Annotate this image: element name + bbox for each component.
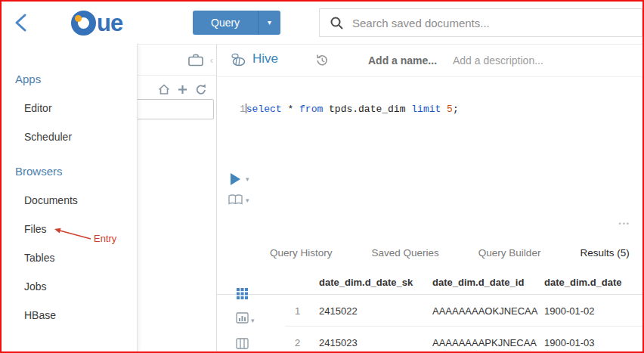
code-token: tpds.date_dim [323, 104, 411, 115]
query-button[interactable]: Query ▾ [193, 11, 280, 35]
caret-down-icon: ▾ [268, 18, 271, 26]
code-token: select [246, 104, 282, 115]
chart-options-caret-icon[interactable]: ▾ [251, 317, 255, 324]
table-row: 2 2415023 AAAAAAAAPKJNECAA 1900-01-03 [285, 326, 642, 353]
back-button[interactable] [12, 12, 32, 33]
code-token: * [282, 104, 299, 115]
left-assist-panel: ‹ [138, 44, 217, 351]
row-number: 2 [295, 337, 300, 348]
query-history-icon[interactable] [315, 54, 329, 67]
code-token: 5 [447, 104, 453, 115]
hue-logo[interactable]: ue [71, 10, 122, 36]
chevron-left-icon [12, 12, 30, 33]
cell: 2415022 [319, 305, 358, 317]
menu-item-jobs[interactable]: Jobs [2, 272, 137, 301]
functions-book-icon[interactable] [228, 194, 243, 206]
chart-view-icon[interactable] [236, 312, 249, 324]
hue-logo-ring-icon [71, 11, 96, 36]
hue-logo-text: ue [97, 11, 122, 36]
menu-section-browsers: Browsers [2, 157, 137, 186]
search-bar [319, 8, 642, 37]
code-editor-line[interactable]: 1select * from tpds.date_dim limit 5; [240, 104, 459, 115]
refresh-icon[interactable] [195, 83, 207, 95]
cell: AAAAAAAAPKJNECAA [432, 337, 537, 348]
column-header[interactable]: date_dim.d_date_id [432, 277, 524, 288]
book-caret-icon[interactable]: ▾ [246, 197, 249, 204]
column-header[interactable]: date_dim.d_date [544, 277, 622, 288]
cell: AAAAAAAAOKJNECAA [432, 305, 537, 317]
editor-main-panel: Hive Add a name... Add a description... … [217, 44, 642, 351]
add-icon[interactable] [178, 85, 187, 94]
engine-label[interactable]: Hive [252, 51, 278, 67]
code-token: from [299, 104, 323, 115]
editor-header: Hive Add a name... Add a description... [217, 45, 642, 77]
collapse-panel-icon[interactable]: ‹ [210, 55, 213, 65]
tab-query-builder[interactable]: Query Builder [478, 247, 541, 259]
cell: 1900-01-02 [544, 305, 595, 317]
tab-saved-queries[interactable]: Saved Queries [372, 247, 439, 259]
menu-item-editor[interactable]: Editor [2, 94, 137, 122]
home-icon[interactable] [158, 84, 170, 95]
code-token: limit [411, 104, 441, 115]
menu-item-scheduler[interactable]: Scheduler [2, 122, 137, 151]
results-table-header: date_dim.d_date_sk date_dim.d_date_id da… [217, 271, 642, 295]
menu-item-hbase[interactable]: HBase [2, 301, 137, 330]
run-query-button[interactable] [231, 173, 240, 185]
columns-view-icon[interactable] [236, 338, 249, 349]
documents-briefcase-icon[interactable] [188, 53, 203, 67]
cell: 1900-01-03 [544, 337, 595, 348]
tab-query-history[interactable]: Query History [270, 247, 333, 259]
app-menu: Apps Editor Scheduler Browsers Documents… [2, 44, 138, 351]
column-header[interactable]: date_dim.d_date_sk [319, 277, 413, 288]
grid-view-icon[interactable] [237, 288, 248, 299]
menu-item-tables[interactable]: Tables [2, 243, 137, 272]
annotation-entry-label: Entry [94, 233, 116, 244]
search-icon [330, 17, 343, 29]
line-number: 1 [240, 104, 246, 115]
query-dropdown-caret[interactable]: ▾ [258, 11, 280, 35]
top-bar: ue Query ▾ [2, 2, 642, 44]
table-row: 1 2415022 AAAAAAAAOKJNECAA 1900-01-02 [285, 294, 642, 327]
splitter-handle[interactable]: ••• [619, 220, 630, 228]
menu-section-apps: Apps [2, 65, 137, 94]
menu-item-documents[interactable]: Documents [2, 186, 137, 215]
code-token: ; [453, 104, 459, 115]
search-input[interactable] [351, 16, 642, 30]
query-name-placeholder[interactable]: Add a name... [368, 54, 437, 67]
hue-app-window: ue Query ▾ ‹ [0, 0, 644, 353]
result-tabs: Query History Saved Queries Query Builde… [217, 240, 642, 265]
hue-logo-dot-icon [75, 15, 82, 22]
run-options-caret-icon[interactable]: ▾ [246, 175, 249, 183]
assist-header: ‹ [138, 45, 216, 76]
code-token [441, 104, 447, 115]
query-button-label[interactable]: Query [193, 11, 258, 35]
assist-actions [138, 76, 216, 95]
hive-bee-icon [229, 52, 247, 67]
cell: 2415023 [319, 337, 358, 348]
tab-results[interactable]: Results (5) [580, 247, 629, 259]
row-number: 1 [295, 305, 300, 317]
query-description-placeholder[interactable]: Add a description... [453, 54, 543, 67]
